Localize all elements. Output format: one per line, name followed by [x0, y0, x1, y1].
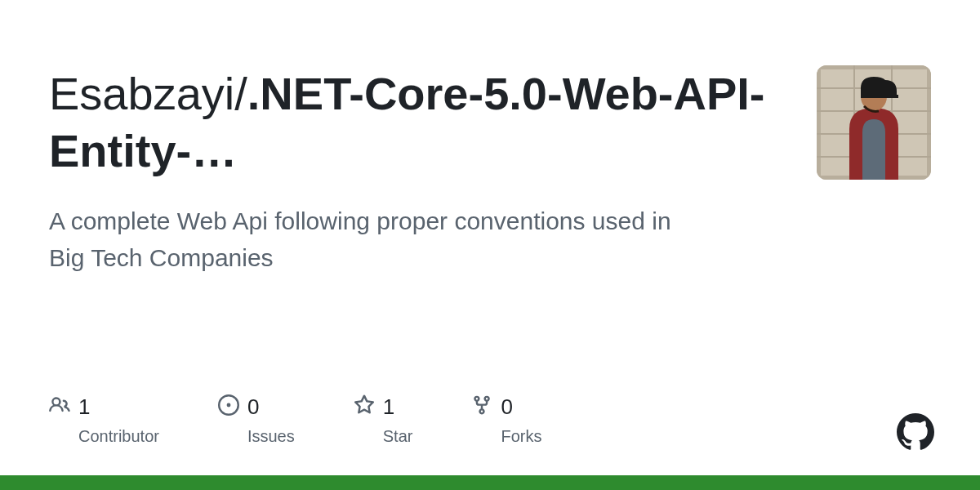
repo-separator: /: [234, 68, 247, 119]
stars-count: 1: [383, 396, 394, 417]
repo-owner: Esabzayi: [49, 68, 234, 119]
contributors-label: Contributor: [78, 427, 159, 446]
contributors-icon: [49, 394, 70, 419]
issues-count: 0: [247, 396, 259, 417]
issues-icon: [218, 394, 239, 419]
forks-count: 0: [501, 396, 512, 417]
main-column: Esabzayi/.NET-Core-5.0-Web-API-Entity-… …: [49, 65, 784, 276]
stars-label: Star: [383, 427, 413, 446]
stat-stars: 1 Star: [354, 394, 413, 446]
github-logo-icon: [897, 413, 934, 451]
language-bar: [0, 475, 980, 490]
avatar: [817, 65, 931, 180]
stats-row: 1 Contributor 0 Issues 1 Star 0 Forks: [49, 394, 541, 446]
forks-label: Forks: [501, 427, 541, 446]
card-content: Esabzayi/.NET-Core-5.0-Web-API-Entity-… …: [0, 0, 980, 276]
stat-forks: 0 Forks: [471, 394, 541, 446]
avatar-image: [817, 65, 931, 180]
language-segment: [0, 475, 980, 490]
repo-description: A complete Web Api following proper conv…: [49, 203, 686, 276]
issues-label: Issues: [247, 427, 295, 446]
fork-icon: [471, 394, 492, 419]
stat-contributors: 1 Contributor: [49, 394, 159, 446]
stat-issues: 0 Issues: [218, 394, 295, 446]
contributors-count: 1: [78, 396, 90, 417]
repo-title: Esabzayi/.NET-Core-5.0-Web-API-Entity-…: [49, 65, 784, 180]
star-icon: [354, 394, 375, 419]
